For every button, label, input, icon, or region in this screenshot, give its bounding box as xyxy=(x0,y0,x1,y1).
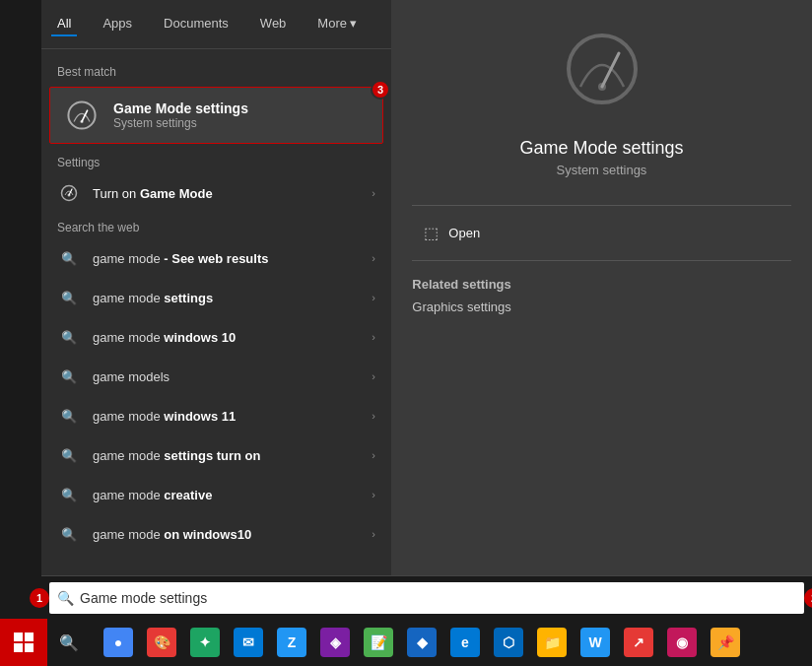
web-result-text: game mode on windows10 xyxy=(93,527,372,542)
taskbar-icon-3[interactable]: ✦ xyxy=(185,623,225,662)
search-icon: 🔍 xyxy=(57,246,81,270)
search-icon: 🔍 xyxy=(57,590,74,606)
right-panel: Game Mode settings System settings ⬚ Ope… xyxy=(391,0,812,619)
svg-point-3 xyxy=(62,186,77,201)
search-icon: 🔍 xyxy=(57,325,81,349)
web-result-item[interactable]: 🔍 game mode windows 11 › xyxy=(41,396,391,435)
chevron-right-icon: › xyxy=(372,331,375,343)
windows-icon xyxy=(14,633,34,652)
web-result-item[interactable]: 🔍 game models › xyxy=(41,357,391,396)
special-icon[interactable]: ◈ xyxy=(315,623,355,662)
zoom-icon[interactable]: Z xyxy=(272,623,311,662)
taskbar-apps: ●🎨✦✉Z◈📝◆e⬡📁W↗◉📌 xyxy=(91,623,812,662)
web-result-text: game mode creative xyxy=(93,488,372,502)
paint-icon[interactable]: 🎨 xyxy=(142,623,181,662)
tabs-bar: All Apps Documents Web More ▾ 5 🎤 P ··· … xyxy=(41,0,391,49)
best-match-title: Game Mode settings xyxy=(113,100,248,116)
svg-line-8 xyxy=(602,53,619,87)
tab-apps[interactable]: Apps xyxy=(97,12,138,36)
search-bar-container: 1 🔍 2 xyxy=(49,582,804,614)
chevron-down-icon: ▾ xyxy=(350,16,357,31)
right-panel-title: Game Mode settings xyxy=(519,138,683,159)
right-panel-speedometer-icon xyxy=(563,30,642,122)
results-area: Best match Game Mode settings System set… xyxy=(41,49,391,619)
web-result-item[interactable]: 🔍 game mode on windows10 › xyxy=(41,514,391,554)
search-icon: 🔍 xyxy=(57,443,81,467)
svg-point-0 xyxy=(68,101,95,128)
chevron-right-icon: › xyxy=(372,410,375,422)
right-panel-subtitle: System settings xyxy=(557,163,647,177)
web-result-text: game mode settings xyxy=(93,291,372,305)
chevron-right-icon: › xyxy=(372,292,375,303)
divider-bottom xyxy=(412,260,790,261)
search-icon: 🔍 xyxy=(57,286,81,309)
web-result-item[interactable]: 🔍 game mode settings › xyxy=(41,278,391,317)
search-panel: All Apps Documents Web More ▾ 5 🎤 P ··· … xyxy=(41,0,391,619)
start-button[interactable] xyxy=(0,619,47,666)
sticky-icon[interactable]: 📌 xyxy=(706,623,745,662)
settings-label: Settings xyxy=(41,148,391,173)
search-icon: 🔍 xyxy=(57,404,81,428)
search-icon: 🔍 xyxy=(57,365,81,388)
web-result-text: game mode settings turn on xyxy=(93,448,372,463)
related-settings-label: Related settings xyxy=(412,269,790,296)
notes-icon[interactable]: 📝 xyxy=(359,623,398,662)
taskbar-search-icon: 🔍 xyxy=(59,633,79,652)
web-result-item[interactable]: 🔍 game mode creative › xyxy=(41,475,391,514)
face-icon[interactable]: ◉ xyxy=(662,623,702,662)
search-icon: 🔍 xyxy=(57,483,81,506)
edge-icon[interactable]: e xyxy=(445,623,485,662)
msg-icon[interactable]: ◆ xyxy=(402,623,441,662)
chevron-right-icon: › xyxy=(372,489,375,500)
graphics-settings-link[interactable]: Graphics settings xyxy=(412,296,790,318)
divider-top xyxy=(412,205,790,206)
svg-point-6 xyxy=(569,35,636,102)
turn-on-game-mode-item[interactable]: Turn on Game Mode › xyxy=(41,173,391,213)
search-bar-area: 1 🔍 2 xyxy=(41,575,812,619)
badge-2: 2 xyxy=(804,588,812,608)
left-strip xyxy=(0,0,41,619)
chevron-right-icon: › xyxy=(372,528,375,540)
search-input[interactable] xyxy=(80,590,796,606)
chevron-right-icon: › xyxy=(372,370,375,382)
web-result-item[interactable]: 🔍 game mode settings turn on › xyxy=(41,435,391,475)
speedometer-icon xyxy=(62,96,102,135)
best-match-text: Game Mode settings System settings xyxy=(113,100,248,130)
web-results: 🔍 game mode - See web results › 🔍 game m… xyxy=(41,238,391,554)
badge-1: 1 xyxy=(30,588,49,608)
search-web-label: Search the web xyxy=(41,213,391,238)
word-icon[interactable]: W xyxy=(575,623,615,662)
open-action[interactable]: ⬚ Open xyxy=(412,214,790,252)
turn-on-game-mode-text: Turn on Game Mode xyxy=(93,186,372,201)
chrome-icon[interactable]: ● xyxy=(99,623,138,662)
chevron-right-icon: › xyxy=(372,252,375,264)
tab-more[interactable]: More ▾ xyxy=(311,12,363,36)
settings-icon xyxy=(57,181,81,205)
web-result-text: game mode windows 10 xyxy=(93,330,372,345)
best-match-label: Best match xyxy=(41,57,391,83)
vscode-icon[interactable]: ⬡ xyxy=(489,623,528,662)
best-match-item[interactable]: Game Mode settings System settings 3 xyxy=(49,87,383,144)
taskbar-search-button[interactable]: 🔍 xyxy=(47,619,91,666)
best-match-subtitle: System settings xyxy=(113,116,248,130)
chevron-right-icon: › xyxy=(372,187,375,199)
tab-web[interactable]: Web xyxy=(254,12,293,36)
web-result-text: game mode windows 11 xyxy=(93,409,372,424)
web-result-text: game models xyxy=(93,369,372,384)
badge-3: 3 xyxy=(371,80,390,100)
chevron-right-icon: › xyxy=(372,449,375,461)
search-icon: 🔍 xyxy=(57,522,81,546)
web-result-item[interactable]: 🔍 game mode - See web results › xyxy=(41,238,391,278)
open-icon: ⬚ xyxy=(424,224,439,242)
taskbar: 🔍 ●🎨✦✉Z◈📝◆e⬡📁W↗◉📌 xyxy=(0,619,812,666)
web-result-text: game mode - See web results xyxy=(93,251,372,266)
tab-documents[interactable]: Documents xyxy=(158,12,235,36)
web-result-item[interactable]: 🔍 game mode windows 10 › xyxy=(41,317,391,357)
arrow-icon[interactable]: ↗ xyxy=(619,623,658,662)
tab-all[interactable]: All xyxy=(51,12,77,36)
files-icon[interactable]: 📁 xyxy=(532,623,572,662)
mail-icon[interactable]: ✉ xyxy=(229,623,268,662)
